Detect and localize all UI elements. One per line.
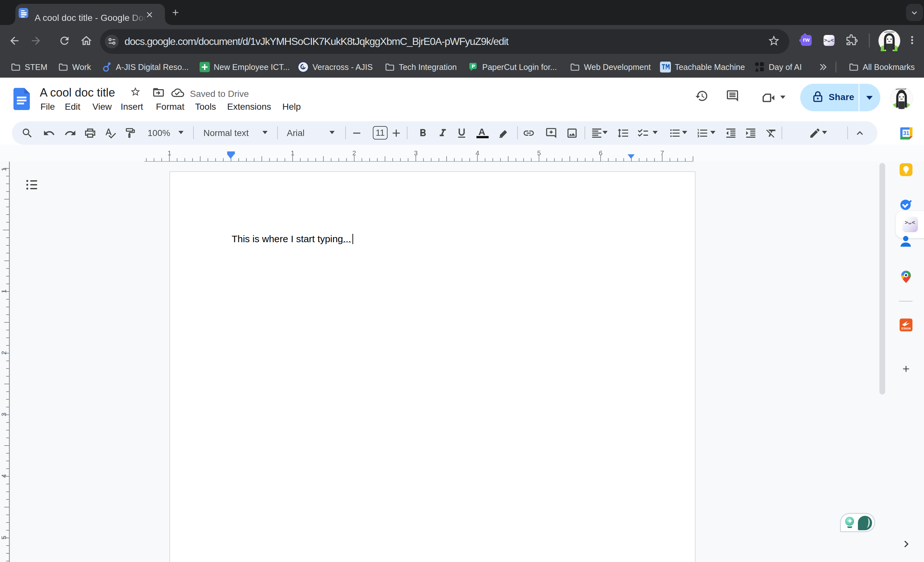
svg-text:31: 31 bbox=[903, 130, 910, 136]
svg-text:ESIGN: ESIGN bbox=[902, 327, 911, 330]
